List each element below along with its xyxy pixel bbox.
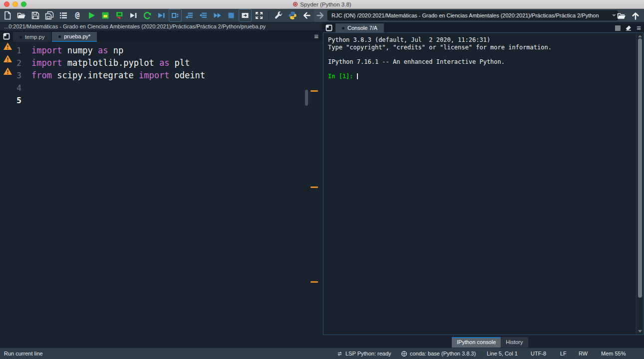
ipython-console[interactable]: Python 3.8.3 (default, Jul 2 2020, 11:26… xyxy=(323,32,644,335)
python-path-button[interactable] xyxy=(286,9,299,22)
scroll-up-arrow-icon[interactable] xyxy=(638,35,642,37)
line-number: 3 xyxy=(16,71,21,80)
editor-line[interactable]: 5 xyxy=(0,94,322,107)
editor-options-menu-button[interactable]: ≡ xyxy=(314,32,319,40)
folder-open-icon xyxy=(617,11,626,20)
file-list-icon xyxy=(59,11,68,20)
scrollbar-handle[interactable] xyxy=(638,38,642,298)
run-cell-advance-icon xyxy=(115,11,124,20)
editor-scrollbar[interactable] xyxy=(305,90,308,106)
line-number: 2 xyxy=(16,58,21,68)
encoding-status: UTF-8 xyxy=(531,348,546,359)
save-icon xyxy=(31,11,40,20)
hamburger-icon: ≡ xyxy=(314,32,319,40)
browse-tabs-button[interactable] xyxy=(324,23,333,32)
code-editor[interactable]: 1import numpy as np2import matplotlib.py… xyxy=(0,42,322,348)
go-up-directory-button[interactable] xyxy=(629,9,642,22)
symbol-finder-button[interactable]: @ xyxy=(71,9,84,22)
debug-file-button[interactable] xyxy=(155,9,168,22)
pane-arrow-icon xyxy=(241,11,250,20)
rerun-icon xyxy=(143,11,152,20)
preferences-button[interactable] xyxy=(272,9,285,22)
console-pane: Console 7/A ≡ Python 3.8.3 (default, Jul… xyxy=(322,22,644,348)
file-switcher-button[interactable] xyxy=(57,9,70,22)
interrupt-kernel-icon[interactable] xyxy=(615,25,621,31)
scroll-flag-warning[interactable] xyxy=(311,90,318,92)
console-scrollbar[interactable] xyxy=(636,33,643,335)
scroll-down-arrow-icon[interactable] xyxy=(638,330,642,333)
tab-ipython-console[interactable]: IPython console xyxy=(452,337,501,348)
spyder-logo-icon xyxy=(293,1,298,7)
warning-icon[interactable] xyxy=(3,42,12,52)
editor-line[interactable]: 2import matplotlib.pyplot as plt xyxy=(0,57,322,69)
maximize-icon xyxy=(255,11,264,20)
stop-icon xyxy=(227,11,236,20)
step-over-button[interactable] xyxy=(183,9,196,22)
run-icon xyxy=(87,11,96,20)
open-file-button[interactable] xyxy=(15,9,28,22)
up-arrow-icon xyxy=(631,11,640,20)
spyder-window: Spyder (Python 3.8) @ RJC (ON) /2020:202… xyxy=(0,0,644,359)
browse-tabs-icon xyxy=(325,24,332,31)
run-cell-advance-button[interactable] xyxy=(113,9,126,22)
status-message: Run current line xyxy=(4,348,43,359)
continue-execution-button[interactable] xyxy=(211,9,224,22)
text-cursor xyxy=(357,73,358,79)
scroll-flag-warning[interactable] xyxy=(311,281,318,283)
save-all-button[interactable] xyxy=(43,9,56,22)
wrench-icon xyxy=(274,11,283,20)
editor-lines: 1import numpy as np2import matplotlib.py… xyxy=(0,42,322,107)
debug-cell-icon xyxy=(171,11,180,20)
fullscreen-button[interactable] xyxy=(239,9,252,22)
tab-close-dot xyxy=(342,27,344,29)
debug-cell-button[interactable] xyxy=(169,9,182,22)
scroll-flag-warning[interactable] xyxy=(311,186,318,188)
at-symbol-icon: @ xyxy=(75,11,79,20)
editor-line[interactable]: 3from scipy.integrate import odeint xyxy=(0,69,322,82)
forward-button[interactable] xyxy=(314,9,327,22)
memory-usage: Mem 55% xyxy=(601,348,626,359)
permissions-status: RW xyxy=(579,348,588,359)
step-into-button[interactable] xyxy=(197,9,210,22)
new-file-button[interactable] xyxy=(1,9,14,22)
hamburger-icon: ≡ xyxy=(637,23,641,32)
tab-console-7a[interactable]: Console 7/A xyxy=(335,23,384,33)
console-input-line[interactable]: In [1]: xyxy=(328,73,643,80)
continue-icon xyxy=(213,11,222,20)
console-options-menu-button[interactable]: ≡ xyxy=(637,24,641,32)
console-line: Python 3.8.3 (default, Jul 2 2020, 11:26… xyxy=(328,36,643,44)
rerun-cell-button[interactable] xyxy=(141,9,154,22)
conda-icon xyxy=(401,351,407,357)
tab-prueba-py[interactable]: prueba.py* xyxy=(52,32,97,42)
python-logo-icon xyxy=(288,11,297,20)
run-selection-button[interactable] xyxy=(127,9,140,22)
tab-history[interactable]: History xyxy=(501,337,528,348)
warning-icon[interactable] xyxy=(3,67,12,77)
editor-line[interactable]: 1import numpy as np xyxy=(0,44,322,57)
lsp-status[interactable]: LSP Python: ready xyxy=(345,348,391,359)
stop-debug-button[interactable] xyxy=(225,9,238,22)
run-cell-button[interactable] xyxy=(99,9,112,22)
tab-close-dot xyxy=(19,36,22,38)
conda-status[interactable]: conda: base (Python 3.8.3) xyxy=(410,348,476,359)
open-folder-icon xyxy=(17,11,26,20)
editor-line[interactable]: 4 xyxy=(0,82,322,94)
working-directory-field[interactable]: RJC (ON) /2020:2021/Matemáticas - Grado … xyxy=(327,10,618,20)
console-line xyxy=(328,65,643,73)
statusbar: Run current line LSP Python: ready conda… xyxy=(0,348,644,359)
breadcrumb: ...0:2021/Matemáticas - Grado en Ciencia… xyxy=(0,22,322,31)
browse-tabs-button[interactable] xyxy=(2,32,11,41)
browse-working-directory-button[interactable] xyxy=(615,9,628,22)
back-button[interactable] xyxy=(300,9,313,22)
step-over-icon xyxy=(185,11,194,20)
eraser-icon[interactable] xyxy=(625,24,632,31)
tab-temp-py[interactable]: temp.py xyxy=(13,32,51,42)
maximize-pane-button[interactable] xyxy=(253,9,266,22)
line-number: 1 xyxy=(16,46,21,55)
run-file-button[interactable] xyxy=(85,9,98,22)
step-into-icon xyxy=(199,11,208,20)
titlebar: Spyder (Python 3.8) xyxy=(0,0,644,9)
warning-icon[interactable] xyxy=(3,54,12,65)
new-file-icon xyxy=(3,11,12,20)
save-button[interactable] xyxy=(29,9,42,22)
